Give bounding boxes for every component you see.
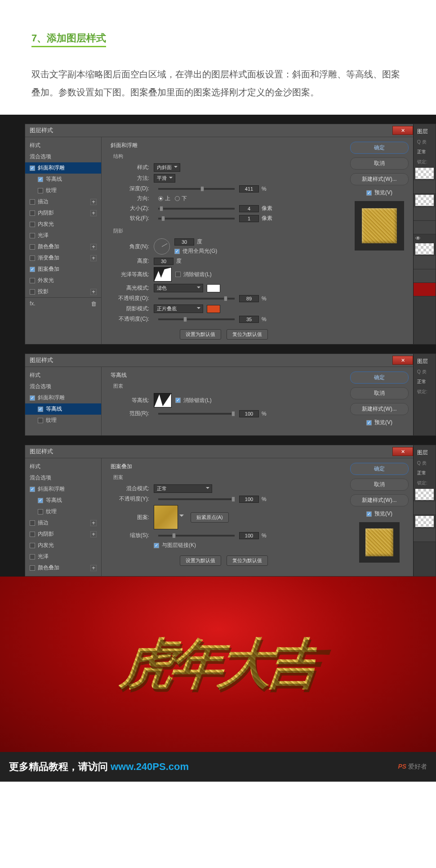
new-style-button[interactable]: 新建样式(W)... [350,173,409,185]
checkbox-icon[interactable] [30,520,35,526]
layer-row[interactable] [414,221,436,234]
set-default-button[interactable]: 设置为默认值 [180,329,221,340]
checkbox-icon[interactable] [30,487,35,492]
dir-down-radio[interactable] [175,196,180,201]
checkbox-icon[interactable] [30,210,35,216]
layer-row[interactable] [414,207,436,221]
pattern-overlay-item[interactable]: 图案叠加 [25,264,101,275]
layer-row[interactable] [414,269,436,283]
inner-shadow-item[interactable]: 内阴影+ [25,207,101,219]
satin-item[interactable]: 光泽 [25,230,101,241]
method-dropdown[interactable]: 平滑 [154,174,175,183]
layer-row[interactable] [414,283,436,296]
snap-origin-button[interactable]: 贴紧原点(A) [191,512,229,523]
highlight-opacity-slider[interactable] [158,298,235,300]
set-default-button[interactable]: 设置为默认值 [180,555,221,566]
close-icon[interactable]: ✕ [392,356,413,365]
blend-mode-dropdown[interactable]: 正常 [154,484,212,493]
bevel-emboss[interactable]: 斜面和浮雕 [25,162,101,174]
cancel-button[interactable]: 取消 [350,387,409,399]
gloss-contour[interactable] [154,267,172,282]
cancel-button[interactable]: 取消 [350,479,409,491]
range-input[interactable]: 100 [239,410,259,417]
eye-icon[interactable]: 👁 [414,234,436,242]
blend-options[interactable]: 混合选项 [25,151,101,162]
checkbox-icon[interactable] [38,177,43,182]
scale-input[interactable]: 100 [239,532,259,539]
highlight-mode-dropdown[interactable]: 滤色 [154,284,203,292]
inner-shadow-item[interactable]: 内阴影+ [25,528,101,540]
new-style-button[interactable]: 新建样式(W)... [350,494,409,506]
plus-icon[interactable]: + [90,244,97,250]
bevel-emboss[interactable]: 斜面和浮雕 [25,483,101,495]
checkbox-icon[interactable] [30,222,35,227]
drop-shadow-item[interactable]: 投影+ [25,286,101,297]
cancel-button[interactable]: 取消 [350,157,409,170]
highlight-opacity-input[interactable]: 89 [239,295,259,302]
blend-options[interactable]: 混合选项 [25,381,101,392]
layer-thumb[interactable] [415,195,434,206]
style-dropdown[interactable]: 内斜面 [154,163,180,172]
checkbox-icon[interactable] [30,532,35,537]
stroke-item[interactable]: 描边+ [25,517,101,528]
checkbox-icon[interactable] [38,418,43,423]
layer-row[interactable] [414,528,436,542]
plus-icon[interactable]: + [90,565,97,571]
reset-default-button[interactable]: 复位为默认值 [227,555,268,566]
antialias-checkbox[interactable] [175,272,181,277]
texture-item[interactable]: 纹理 [25,506,101,517]
checkbox-icon[interactable] [30,267,35,272]
layer-thumb[interactable] [415,489,434,501]
preview-checkbox[interactable] [366,190,372,196]
plus-icon[interactable]: + [90,255,97,261]
layer-thumb[interactable] [415,243,434,255]
scale-slider[interactable] [158,535,235,537]
checkbox-icon[interactable] [38,188,43,193]
checkbox-icon[interactable] [30,565,35,571]
bevel-emboss[interactable]: 斜面和浮雕 [25,392,101,403]
global-light-checkbox[interactable] [174,249,180,254]
footer-link[interactable]: www.240PS.com [111,761,189,773]
new-style-button[interactable]: 新建样式(W)... [350,403,409,415]
gradient-overlay-item[interactable]: 渐变叠加+ [25,252,101,264]
shadow-opacity-slider[interactable] [158,318,235,320]
checkbox-icon[interactable] [38,509,43,515]
contour-item[interactable]: 等高线 [25,495,101,506]
layer-row[interactable] [414,180,436,194]
checkbox-icon[interactable] [30,395,35,401]
link-layer-checkbox[interactable] [154,543,159,548]
soften-slider[interactable] [158,218,235,219]
antialias-checkbox[interactable] [175,398,181,403]
contour-preset[interactable] [154,393,172,407]
contour-item[interactable]: 等高线 [25,403,101,415]
checkbox-icon[interactable] [30,554,35,559]
inner-glow-item[interactable]: 内发光 [25,219,101,230]
layer-row[interactable] [414,256,436,269]
checkbox-icon[interactable] [30,278,35,283]
opacity-input[interactable]: 100 [239,496,259,503]
ok-button[interactable]: 确定 [350,371,409,384]
soften-input[interactable]: 1 [239,215,259,222]
checkbox-icon[interactable] [38,498,43,503]
ok-button[interactable]: 确定 [350,142,409,154]
checkbox-icon[interactable] [30,543,35,548]
depth-input[interactable]: 411 [239,185,259,192]
opacity-slider[interactable] [158,498,235,500]
shadow-opacity-input[interactable]: 35 [239,316,259,323]
texture-item[interactable]: 纹理 [25,415,101,426]
checkbox-icon[interactable] [30,233,35,238]
inner-glow-item[interactable]: 内发光 [25,540,101,551]
depth-slider[interactable] [158,188,235,190]
layer-thumb[interactable] [415,516,434,528]
range-slider[interactable] [158,413,235,415]
checkbox-icon[interactable] [30,199,35,205]
preview-checkbox[interactable] [366,420,372,425]
size-input[interactable]: 4 [239,205,259,212]
checkbox-icon[interactable] [38,407,43,412]
highlight-color[interactable] [207,284,220,292]
plus-icon[interactable]: + [90,520,97,526]
plus-icon[interactable]: + [90,531,97,537]
pattern-picker[interactable] [154,505,178,529]
close-icon[interactable]: ✕ [392,126,413,135]
checkbox-icon[interactable] [30,289,35,295]
